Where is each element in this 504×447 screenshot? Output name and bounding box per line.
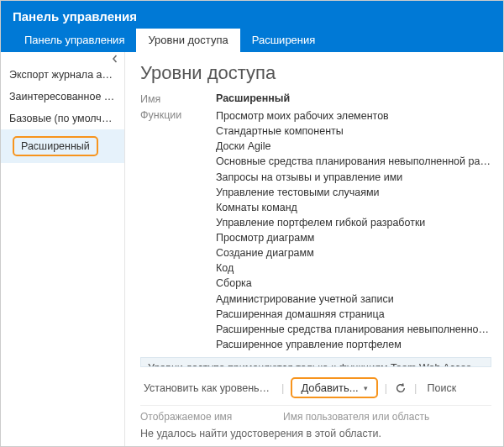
search-button[interactable]: Поиск	[423, 379, 459, 397]
grid-col-username: Имя пользователя или область	[283, 411, 491, 423]
feature-item: Расширенное управление портфелем	[216, 337, 491, 352]
feature-item: Комнаты команд	[216, 200, 491, 215]
tab-extensions[interactable]: Расширения	[240, 29, 328, 52]
tab-control-panel[interactable]: Панель управления	[13, 29, 136, 52]
toolbar: Установить как уровень до... | Добавить.…	[140, 374, 491, 405]
feature-item: Управление тестовыми случаями	[216, 185, 491, 200]
label-name: Имя	[140, 92, 216, 105]
sidebar-item-label: Расширенный	[21, 140, 90, 152]
sidebar: Экспорт журнала аудита Заинтересованное …	[1, 52, 125, 446]
feature-item: Основные средства планирования невыполне…	[216, 154, 491, 169]
tab-strip: Панель управления Уровни доступа Расшире…	[1, 29, 503, 52]
info-banner: Уровни доступа применяются только к функ…	[140, 357, 491, 367]
feature-list: Просмотр моих рабочих элементов Стандарт…	[216, 108, 491, 352]
sidebar-item-audit-export[interactable]: Экспорт журнала аудита	[1, 64, 124, 86]
header-title: Панель управления	[1, 1, 503, 29]
set-default-button[interactable]: Установить как уровень до...	[140, 379, 275, 397]
sidebar-item-advanced[interactable]: Расширенный	[1, 129, 124, 163]
feature-item: Сборка	[216, 276, 491, 291]
grid-col-display-name: Отображаемое имя	[140, 411, 283, 423]
value-name: Расширенный	[216, 92, 491, 104]
dropdown-caret-icon: ▾	[364, 384, 368, 392]
sidebar-list: Экспорт журнала аудита Заинтересованное …	[1, 54, 124, 163]
tab-access-levels[interactable]: Уровни доступа	[136, 29, 239, 52]
toolbar-separator: |	[378, 381, 394, 394]
app-root: Панель управления Панель управления Уров…	[0, 0, 504, 447]
feature-item: Стандартные компоненты	[216, 124, 491, 139]
row-functions: Функции Просмотр моих рабочих элементов …	[140, 108, 491, 352]
feature-item: Просмотр моих рабочих элементов	[216, 108, 491, 124]
sidebar-item-stakeholder[interactable]: Заинтересованное лицо	[1, 86, 124, 108]
grid-header: Отображаемое имя Имя пользователя или об…	[140, 405, 491, 423]
toolbar-separator: |	[407, 381, 423, 394]
refresh-icon[interactable]	[394, 381, 407, 395]
page-title: Уровни доступа	[140, 62, 491, 84]
feature-item: Создание диаграмм	[216, 245, 491, 260]
feature-item: Просмотр диаграмм	[216, 230, 491, 245]
feature-item: Запросы на отзывы и управление ими	[216, 170, 491, 185]
feature-item: Расширенные средства планирования невыпо…	[216, 322, 491, 337]
header-band: Панель управления Панель управления Уров…	[1, 1, 503, 52]
add-button-label: Добавить...	[301, 381, 358, 394]
feature-item: Администрирование учетной записи	[216, 292, 491, 307]
feature-item: Расширенная домашняя страница	[216, 307, 491, 322]
feature-item: Код	[216, 260, 491, 276]
sidebar-item-basic[interactable]: Базовые (по умолчанию)	[1, 108, 124, 129]
main-panel: Уровни доступа Имя Расширенный Функции П…	[125, 52, 503, 446]
body: Экспорт журнала аудита Заинтересованное …	[1, 52, 503, 446]
row-name: Имя Расширенный	[140, 92, 491, 105]
highlight-ring: Расширенный	[13, 136, 98, 156]
label-functions: Функции	[140, 108, 216, 121]
toolbar-separator: |	[275, 381, 291, 394]
grid-empty-message: Не удалось найти удостоверения в этой об…	[140, 423, 491, 439]
add-button[interactable]: Добавить... ▾	[291, 377, 377, 398]
feature-item: Управление портфелем гибкой разработки	[216, 215, 491, 230]
feature-item: Доски Agile	[216, 139, 491, 154]
collapse-sidebar-icon[interactable]	[109, 54, 121, 66]
